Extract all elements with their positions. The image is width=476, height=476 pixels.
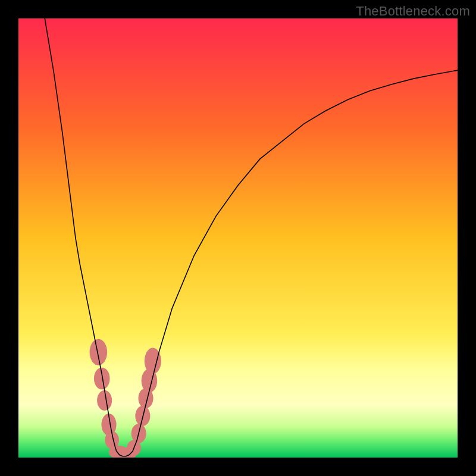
data-point-blob bbox=[94, 368, 110, 390]
data-point-blob bbox=[97, 390, 112, 411]
chart-svg bbox=[18, 18, 458, 458]
chart-frame: TheBottleneck.com bbox=[0, 0, 476, 476]
plot-area bbox=[18, 18, 458, 458]
watermark-text: TheBottleneck.com bbox=[356, 4, 470, 19]
data-point-blob bbox=[90, 339, 108, 365]
